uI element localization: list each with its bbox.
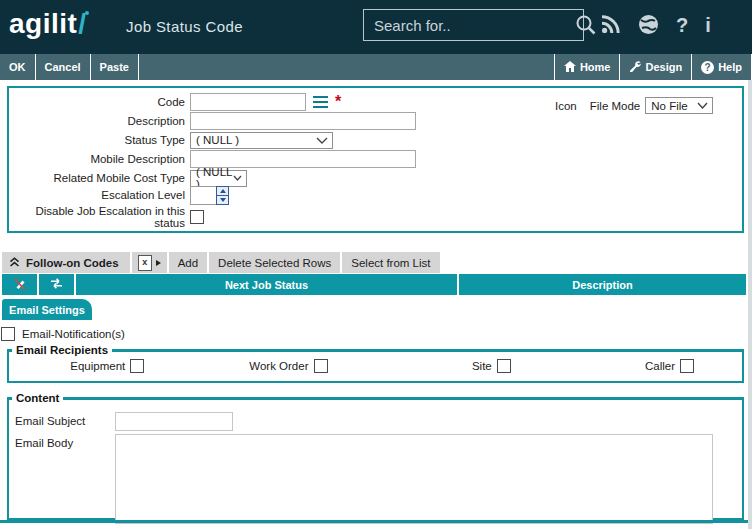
file-mode-label: File Mode <box>590 100 641 112</box>
delete-selected-rows-button[interactable]: Delete Selected Rows <box>209 252 340 273</box>
escalation-level-input[interactable] <box>190 186 216 205</box>
search-box <box>363 9 584 41</box>
email-subject-label: Email Subject <box>9 412 115 427</box>
follow-on-codes-collapse[interactable]: Follow-on Codes <box>2 252 130 273</box>
header-icon-group: ? i <box>601 14 711 35</box>
select-from-list-button[interactable]: Select from List <box>342 252 439 273</box>
app-logo[interactable]: agilit/ <box>9 8 87 40</box>
spinner-down-button[interactable] <box>217 196 228 204</box>
mobile-description-label: Mobile Description <box>9 153 190 165</box>
add-button[interactable]: Add <box>169 252 207 273</box>
site-option: Site <box>376 359 559 373</box>
column-header-description[interactable]: Description <box>459 274 746 295</box>
search-input[interactable] <box>364 16 575 35</box>
spinner-buttons <box>216 186 229 205</box>
code-label: Code <box>9 96 190 108</box>
dropdown-chevron-icon <box>233 175 246 181</box>
email-notification-row: Email-Notification(s) <box>1 327 125 341</box>
home-icon <box>564 61 576 74</box>
icon-file-mode-group: Icon File Mode No File <box>555 97 713 114</box>
help-button-label: Help <box>718 61 742 73</box>
email-body-textarea[interactable] <box>115 434 713 524</box>
excel-export-glyph: x <box>142 258 147 267</box>
follow-on-grid-header: Next Job Status Description <box>2 274 746 295</box>
job-status-form-panel: Code * Description Status Type ( NULL ) … <box>7 86 744 233</box>
excel-export-icon: x <box>138 255 152 271</box>
help-icon[interactable]: ? <box>676 15 688 35</box>
tab-email-settings[interactable]: Email Settings <box>2 299 92 320</box>
cancel-button[interactable]: Cancel <box>36 54 91 80</box>
file-mode-value: No File <box>651 100 687 112</box>
disable-escalation-row: Disable Job Escalation in this status <box>9 208 742 226</box>
spinner-up-button[interactable] <box>217 187 228 196</box>
page-title: Job Status Code <box>126 18 243 35</box>
disable-job-escalation-label: Disable Job Escalation in this status <box>9 205 190 229</box>
wrench-icon <box>629 60 641 74</box>
paste-button[interactable]: Paste <box>91 54 139 80</box>
site-label: Site <box>472 360 492 372</box>
escalation-level-row: Escalation Level <box>9 186 742 204</box>
equipment-option: Equipment <box>9 359 192 373</box>
status-type-row: Status Type ( NULL ) <box>9 131 742 149</box>
disable-job-escalation-checkbox[interactable] <box>190 210 204 224</box>
file-mode-select[interactable]: No File <box>645 97 713 114</box>
description-input[interactable] <box>190 112 416 130</box>
export-menu-arrow-icon <box>156 260 161 266</box>
page-bottom-border <box>0 520 752 523</box>
equipment-checkbox[interactable] <box>130 359 144 373</box>
status-type-select[interactable]: ( NULL ) <box>190 132 333 149</box>
logo-text: agilit <box>9 8 77 39</box>
rss-icon[interactable] <box>601 15 621 34</box>
column-header-next-job-status[interactable]: Next Job Status <box>76 274 457 295</box>
content-group: Content Email Subject Email Body <box>7 392 744 520</box>
refresh-icon-cell[interactable] <box>39 274 74 295</box>
description-label: Description <box>9 115 190 127</box>
required-asterisk: * <box>335 96 341 108</box>
caller-option: Caller <box>559 359 742 373</box>
email-body-row: Email Body <box>9 434 742 524</box>
equipment-label: Equipment <box>70 360 125 372</box>
refresh-icon <box>49 277 64 292</box>
code-input[interactable] <box>190 93 306 111</box>
caller-checkbox[interactable] <box>680 359 694 373</box>
home-button-label: Home <box>580 61 611 73</box>
dropdown-chevron-icon <box>316 137 332 144</box>
work-order-option: Work Order <box>192 359 375 373</box>
ok-button[interactable]: OK <box>0 54 36 80</box>
toolbar-left-group: OK Cancel Paste <box>0 54 139 80</box>
email-recipients-title: Email Recipients <box>12 344 112 356</box>
site-checkbox[interactable] <box>497 359 511 373</box>
help-button[interactable]: ? Help <box>691 54 752 80</box>
status-type-value: ( NULL ) <box>196 134 239 146</box>
info-icon[interactable]: i <box>705 15 711 35</box>
page: agilit/ Job Status Code ? i OK Cancel Pa… <box>0 0 752 529</box>
excel-export-button[interactable]: x <box>132 252 167 273</box>
design-button-label: Design <box>645 61 682 73</box>
logo-slash: / <box>78 8 86 39</box>
design-button[interactable]: Design <box>619 54 691 80</box>
collapse-chevrons-icon <box>9 257 20 269</box>
email-subject-input[interactable] <box>115 412 233 431</box>
related-mobile-cost-type-row: Related Mobile Cost Type ( NULL ) <box>9 169 742 187</box>
description-row: Description <box>9 112 742 130</box>
related-mobile-cost-type-label: Related Mobile Cost Type <box>9 172 190 184</box>
work-order-checkbox[interactable] <box>314 359 328 373</box>
right-edge-strip <box>748 80 752 529</box>
related-mobile-cost-type-select[interactable]: ( NULL ) <box>190 170 247 187</box>
status-type-label: Status Type <box>9 134 190 146</box>
toolbar: OK Cancel Paste Home Design ? Help <box>0 54 752 80</box>
app-header: agilit/ Job Status Code ? i <box>0 0 752 54</box>
content-title: Content <box>12 392 63 404</box>
help-circle-icon: ? <box>701 61 714 74</box>
escalation-level-stepper <box>190 186 229 205</box>
edit-disabled-icon-cell[interactable] <box>2 274 37 295</box>
globe-icon[interactable] <box>638 14 659 35</box>
home-button[interactable]: Home <box>554 54 620 80</box>
follow-on-codes-title: Follow-on Codes <box>26 257 119 269</box>
code-list-icon[interactable] <box>313 96 328 108</box>
follow-on-codes-bar: Follow-on Codes x Add Delete Selected Ro… <box>2 252 440 273</box>
email-notification-checkbox[interactable] <box>1 327 15 341</box>
escalation-level-label: Escalation Level <box>9 189 190 201</box>
toolbar-right-group: Home Design ? Help <box>554 54 752 80</box>
search-icon[interactable] <box>575 14 597 36</box>
